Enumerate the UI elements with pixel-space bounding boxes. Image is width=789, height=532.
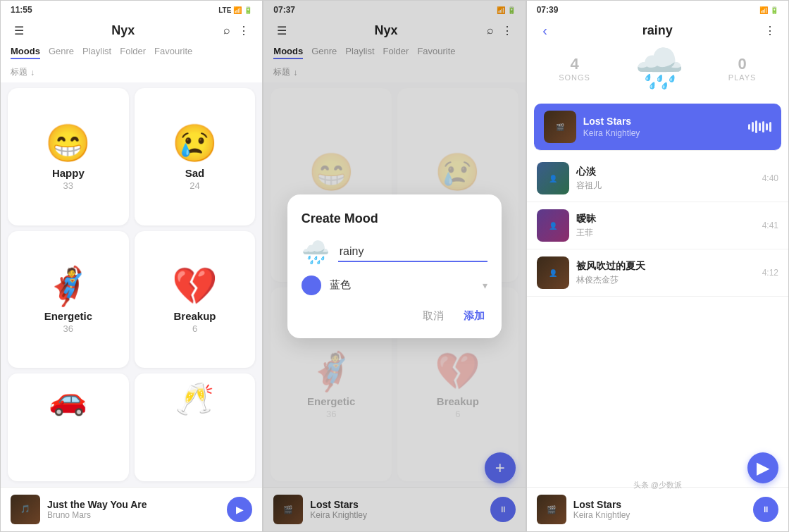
tab-folder-1[interactable]: Folder [120, 44, 146, 59]
dropdown-chevron-icon: ▾ [483, 280, 487, 291]
song-list: 🎬 Lost Stars Keira Knightley [527, 99, 788, 487]
energetic-name: Energetic [44, 310, 92, 322]
song-title-2: 心淡 [576, 166, 755, 178]
mood-card-happy[interactable]: 😁 Happy 33 [8, 88, 129, 225]
happy-name: Happy [52, 167, 85, 179]
mood-card-energetic[interactable]: 🦸 Energetic 36 [8, 231, 129, 369]
back-icon[interactable]: ‹ [537, 22, 554, 39]
song-thumb-3: 👤 [537, 209, 569, 242]
player-thumb-1: 🎵 [11, 495, 40, 524]
sort-row-1: 标题 ↓ [1, 63, 262, 82]
modal-actions: 取消 添加 [302, 305, 487, 327]
rainy-stats: 4 SONGS 🌧️ 0 PLAYS [537, 49, 778, 88]
status-bar-3: 07:39 📶 🔋 [527, 1, 788, 18]
network-type-1: LTE [218, 6, 231, 14]
phone-3: 07:39 📶 🔋 ‹ rainy ⋮ 4 SONGS 🌧️ 0 PLAY [526, 0, 789, 532]
status-time-3: 07:39 [537, 5, 559, 15]
player-artist-3: Keira Knightley [573, 510, 746, 520]
tab-genre-1[interactable]: Genre [49, 44, 74, 59]
tab-playlist-1[interactable]: Playlist [82, 44, 111, 59]
player-title-3: Lost Stars [573, 499, 746, 510]
song-artist-1: Keira Knightley [583, 128, 741, 138]
rainy-header: 4 SONGS 🌧️ 0 PLAYS [527, 43, 788, 99]
color-label: 蓝色 [330, 278, 474, 292]
color-swatch [302, 276, 321, 295]
mood-card-champagne[interactable]: 🥂 [135, 373, 256, 481]
energetic-emoji: 🦸 [45, 268, 91, 304]
mood-card-sad[interactable]: 😢 Sad 24 [135, 88, 256, 225]
rainy-mood-icon: 🌧️ [635, 49, 684, 88]
nav-title-1: Nyx [27, 23, 218, 38]
mood-card-breakup[interactable]: 💔 Breakup 6 [135, 231, 256, 369]
player-artist-1: Bruno Mars [47, 510, 220, 520]
song-info-1: Lost Stars Keira Knightley [583, 116, 741, 138]
modal-overlay: Create Mood 🌧️ 蓝色 ▾ 取消 添加 [263, 1, 525, 531]
modal-color-row[interactable]: 蓝色 ▾ [302, 276, 487, 295]
song-title-3: 暧昧 [576, 213, 755, 225]
song-title-4: 被风吹过的夏天 [576, 260, 755, 273]
add-button[interactable]: 添加 [461, 305, 487, 327]
player-info-1: Just the Way You Are Bruno Mars [47, 499, 220, 520]
tabs-1: Moods Genre Playlist Folder Favourite [1, 43, 262, 63]
songs-count: 4 [559, 55, 590, 73]
battery-icon-3: 🔋 [770, 6, 778, 14]
modal-emoji-icon: 🌧️ [302, 239, 330, 266]
more-icon-1[interactable]: ⋮ [235, 22, 252, 39]
modal-name-row: 🌧️ [302, 239, 487, 266]
happy-count: 33 [63, 180, 73, 191]
tab-moods-1[interactable]: Moods [11, 44, 40, 59]
plays-label: PLAYS [728, 73, 757, 82]
phone-1: 11:55 LTE 📶 🔋 ☰ Nyx ⌕ ⋮ Moods Genre Play… [0, 0, 263, 532]
car-emoji: 🚗 [49, 383, 87, 414]
song-item-4[interactable]: 👤 被风吹过的夏天 林俊杰金莎 4:12 [527, 249, 788, 297]
breakup-emoji: 💔 [172, 268, 218, 304]
mood-grid-1: 😁 Happy 33 😢 Sad 24 🦸 Energetic 36 💔 Bre… [1, 82, 262, 487]
song-item-2[interactable]: 👤 心淡 容祖儿 4:40 [527, 155, 788, 202]
phone-2: 07:37 📶 🔋 ☰ Nyx ⌕ ⋮ Moods Genre Playlist… [263, 0, 526, 532]
fab-button-3[interactable]: ▶ [747, 452, 778, 483]
signal-icon-1: 📶 [233, 6, 242, 14]
nav-title-3: rainy [554, 23, 762, 38]
mood-card-car[interactable]: 🚗 [8, 373, 129, 481]
create-mood-modal: Create Mood 🌧️ 蓝色 ▾ 取消 添加 [287, 194, 502, 338]
breakup-count: 6 [192, 323, 197, 334]
player-thumb-3: 🎬 [537, 495, 566, 524]
energetic-count: 36 [63, 323, 73, 334]
song-duration-3: 4:41 [762, 221, 778, 230]
battery-icon-1: 🔋 [244, 6, 252, 14]
song-info-2: 心淡 容祖儿 [576, 166, 755, 192]
song-thumb-2: 👤 [537, 162, 569, 194]
cancel-button[interactable]: 取消 [420, 305, 447, 327]
status-time-1: 11:55 [11, 5, 32, 15]
sort-arrow-icon-1: ↓ [30, 68, 35, 78]
happy-emoji: 😁 [45, 125, 91, 161]
search-icon-1[interactable]: ⌕ [218, 22, 235, 39]
menu-icon-1[interactable]: ☰ [11, 22, 27, 39]
pause-button-3[interactable]: ⏸ [753, 497, 778, 522]
song-duration-4: 4:12 [762, 268, 778, 278]
player-info-3: Lost Stars Keira Knightley [573, 499, 746, 520]
signal-icon-3: 📶 [759, 6, 768, 14]
mood-name-input[interactable] [338, 242, 487, 262]
song-item-1[interactable]: 🎬 Lost Stars Keira Knightley [534, 104, 781, 151]
song-artist-3: 王菲 [576, 227, 755, 239]
player-title-1: Just the Way You Are [47, 499, 220, 510]
song-title-1: Lost Stars [583, 116, 741, 127]
waveform-icon [748, 120, 771, 133]
song-item-3[interactable]: 👤 暧昧 王菲 4:41 [527, 202, 788, 249]
status-icons-1: LTE 📶 🔋 [218, 6, 252, 14]
modal-title: Create Mood [302, 211, 487, 226]
status-icons-3: 📶 🔋 [759, 6, 778, 14]
champagne-emoji: 🥂 [175, 383, 214, 414]
song-artist-2: 容祖儿 [576, 180, 755, 192]
play-button-1[interactable]: ▶ [227, 497, 252, 522]
sort-label-1[interactable]: 标题 ↓ [11, 66, 35, 78]
song-duration-2: 4:40 [762, 173, 778, 183]
song-info-4: 被风吹过的夏天 林俊杰金莎 [576, 260, 755, 286]
songs-stat: 4 SONGS [559, 55, 590, 82]
status-bar-1: 11:55 LTE 📶 🔋 [1, 1, 262, 18]
tab-favourite-1[interactable]: Favourite [154, 44, 192, 59]
song-thumb-1: 🎬 [544, 111, 576, 143]
more-icon-3[interactable]: ⋮ [762, 22, 778, 39]
plays-count: 0 [728, 55, 757, 73]
